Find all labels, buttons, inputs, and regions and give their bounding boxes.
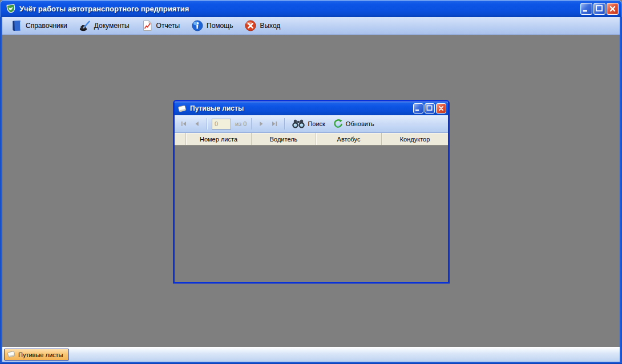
last-record-button[interactable] xyxy=(269,118,280,130)
child-title-bar[interactable]: Путивые листы xyxy=(175,102,448,115)
taskbar-item-waybills[interactable]: Путивые листы xyxy=(4,349,69,361)
search-button-label: Поиск xyxy=(308,120,325,127)
toolbar-button-directories[interactable]: Справочники xyxy=(6,18,72,34)
toolbar-button-label: Выход xyxy=(260,22,280,30)
waybills-window: Путивые листы xyxy=(173,100,450,284)
column-header-driver[interactable]: Водитель xyxy=(252,133,316,145)
grid-empty-area xyxy=(175,145,448,282)
record-navigator-toolbar: из 0 xyxy=(175,115,448,133)
maximize-icon xyxy=(425,104,434,113)
column-header-conductor[interactable]: Кондуктор xyxy=(382,133,448,145)
window-border-bottom xyxy=(0,362,622,364)
minimize-button[interactable] xyxy=(580,3,592,15)
toolbar-button-label: Помощь xyxy=(207,22,233,30)
exit-icon xyxy=(244,19,257,32)
close-icon xyxy=(607,3,618,14)
last-record-icon xyxy=(270,119,279,128)
close-icon xyxy=(437,104,446,113)
column-header-sheet-number[interactable]: Номер листа xyxy=(186,133,252,145)
toolbar-button-exit[interactable]: Выход xyxy=(240,18,285,34)
app-icon xyxy=(6,3,16,14)
child-window-title: Путивые листы xyxy=(190,104,413,112)
main-title-bar[interactable]: Учёт работы автотранспортного предприяти… xyxy=(0,0,622,17)
app-window: Учёт работы автотранспортного предприяти… xyxy=(0,0,622,364)
refresh-button-label: Обновить xyxy=(346,120,374,127)
minimize-icon xyxy=(414,104,423,113)
report-icon xyxy=(141,19,154,32)
toolbar-separator xyxy=(207,118,207,130)
mdi-taskbar: Путивые листы xyxy=(2,347,620,362)
binoculars-icon xyxy=(292,118,305,130)
window-border-right xyxy=(620,17,622,364)
main-toolbar: Справочники Документы xyxy=(2,17,620,35)
toolbar-button-label: Справочники xyxy=(26,22,67,30)
refresh-icon xyxy=(333,118,344,130)
grid-row-selector-header xyxy=(175,133,186,145)
previous-record-button[interactable] xyxy=(192,118,202,130)
previous-record-icon xyxy=(192,119,201,128)
maximize-button[interactable] xyxy=(593,3,605,15)
window-border-left xyxy=(0,17,2,364)
child-minimize-button[interactable] xyxy=(413,103,423,114)
maximize-icon xyxy=(594,3,605,14)
note-icon xyxy=(177,104,187,113)
toolbar-button-label: Документы xyxy=(94,22,130,30)
next-record-icon xyxy=(257,119,266,128)
window-title: Учёт работы автотранспортного предприяти… xyxy=(19,5,189,13)
refresh-button[interactable]: Обновить xyxy=(330,117,377,131)
book-icon xyxy=(10,19,23,32)
column-header-bus[interactable]: Автобус xyxy=(316,133,382,145)
search-button[interactable]: Поиск xyxy=(289,117,327,131)
close-button[interactable] xyxy=(607,3,619,15)
toolbar-button-reports[interactable]: Отчеты xyxy=(136,18,184,34)
child-maximize-button[interactable] xyxy=(425,103,435,114)
grid-header-row: Номер листа Водитель Автобус Кондуктор xyxy=(175,133,448,145)
ink-pen-icon xyxy=(79,19,91,32)
toolbar-button-label: Отчеты xyxy=(156,22,180,30)
toolbar-button-help[interactable]: Помощь xyxy=(187,18,237,34)
first-record-icon xyxy=(179,119,188,128)
record-count-label: из 0 xyxy=(235,120,247,127)
toolbar-button-documents[interactable]: Документы xyxy=(74,18,134,34)
minimize-icon xyxy=(581,3,592,14)
record-number-input[interactable] xyxy=(212,119,231,130)
next-record-button[interactable] xyxy=(256,118,266,130)
help-icon xyxy=(191,19,204,32)
toolbar-separator xyxy=(284,118,285,130)
taskbar-item-label: Путивые листы xyxy=(18,351,63,358)
first-record-button[interactable] xyxy=(179,118,189,130)
child-close-button[interactable] xyxy=(436,103,446,114)
toolbar-separator xyxy=(251,118,252,130)
note-icon xyxy=(7,350,16,359)
